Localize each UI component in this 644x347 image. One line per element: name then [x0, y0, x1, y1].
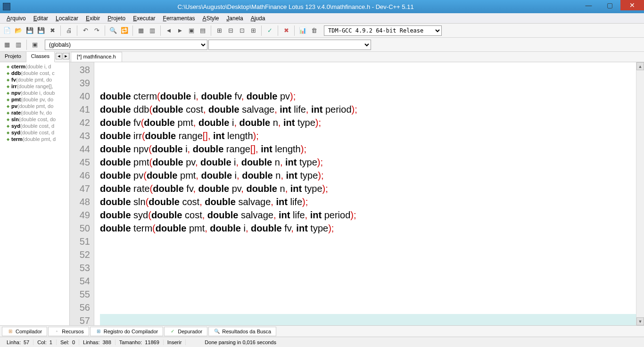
scroll-up-icon[interactable]: ▲ [636, 62, 644, 70]
bottom-tab-compilador[interactable]: ⊞Compilador [2, 327, 47, 336]
class-item-ddb[interactable]: ◆ddb (double cost, c [0, 70, 69, 76]
layout2-button[interactable]: ⊟ [225, 25, 236, 36]
view-button[interactable]: ▦ [136, 25, 146, 36]
close-button[interactable]: ✕ [620, 0, 644, 10]
class-item-rate[interactable]: ◆rate (double fv, do [0, 109, 69, 116]
nav-next-button[interactable]: ► [175, 25, 185, 36]
menu-projeto[interactable]: Projeto [104, 14, 129, 23]
menu-exibir[interactable]: Exibir [82, 14, 104, 23]
code-line[interactable]: double npv(double i, double range[], int… [100, 142, 644, 156]
compiler-select[interactable]: TDM-GCC 4.9.2 64-bit Release [324, 25, 442, 36]
function-icon: ◆ [7, 137, 9, 141]
status-linha-label: Linha: [7, 339, 21, 345]
class-item-syd[interactable]: ◆syd (double cost, d [0, 123, 69, 129]
insert-button[interactable]: ▣ [30, 40, 40, 50]
layout3-button[interactable]: ⊡ [237, 25, 247, 36]
app-icon [3, 3, 10, 10]
function-icon: ◆ [7, 71, 9, 75]
bottom-tab-depurador[interactable]: ✓Depurador [164, 327, 207, 336]
class-item-npv[interactable]: ◆npv (double i, doub [0, 90, 69, 96]
layout4-button[interactable]: ⊞ [248, 25, 258, 36]
close-file-button[interactable]: ✖ [47, 25, 58, 36]
replace-button[interactable]: 🔁 [119, 25, 130, 36]
bottom-tab-resultados-da-busca[interactable]: 🔍Resultados da Busca [208, 327, 276, 336]
profile-button[interactable]: 📊 [297, 25, 308, 36]
code-line[interactable]: double fv(double pmt, double i, double n… [100, 116, 644, 129]
code-text[interactable]: double cterm(double i, double fv, double… [94, 62, 644, 325]
maximize-button[interactable]: ▢ [599, 0, 620, 10]
bottom-tab-recursos[interactable]: ▫Recursos [48, 327, 89, 336]
member-select[interactable] [208, 40, 371, 50]
code-line[interactable]: double pv(double pmt, double i, double n… [100, 169, 644, 182]
code-line[interactable] [100, 301, 644, 314]
code-line[interactable]: double ddb(double cost, double salvage, … [100, 103, 644, 116]
window-title: C:\Users\Augusto\Desktop\MathFinance Lot… [13, 3, 644, 10]
minimize-button[interactable]: — [578, 0, 599, 10]
editor-tab-mathfinance[interactable]: [*] mathfinance.h [71, 52, 122, 62]
compile-button[interactable]: ✓ [264, 25, 275, 36]
line-number: 52 [70, 248, 90, 261]
sidebar-nav-prev[interactable]: ◄ [56, 53, 62, 59]
menu-ajuda[interactable]: Ajuda [247, 14, 269, 23]
menu-janela[interactable]: Janela [223, 14, 247, 23]
save-all-button[interactable]: 💾 [36, 25, 46, 36]
code-line[interactable] [100, 314, 644, 325]
undo-button[interactable]: ↶ [80, 25, 91, 36]
scroll-down-icon[interactable]: ▼ [636, 317, 644, 325]
code-line[interactable] [100, 261, 644, 274]
class-item-irr[interactable]: ◆irr (double range[], [0, 83, 69, 90]
class-item-pv[interactable]: ◆pv (double pmt, do [0, 103, 69, 109]
code-line[interactable]: double cterm(double i, double fv, double… [100, 90, 644, 103]
class-item-term[interactable]: ◆term (double pmt, d [0, 136, 69, 142]
class-item-syd[interactable]: ◆syd (double cost, d [0, 129, 69, 136]
code-line[interactable]: double sln(double cost, double salvage, … [100, 195, 644, 208]
bottom-tab-registro-do-compilador[interactable]: ⊞Registro do Compilador [90, 327, 164, 336]
code-line[interactable]: double syd(double cost, double salvage, … [100, 208, 644, 222]
status-tamanho: 11869 [145, 339, 159, 345]
bookmark-button[interactable]: ▣ [186, 25, 197, 36]
menu-localizar[interactable]: Localizar [52, 14, 82, 23]
class-item-pmt[interactable]: ◆pmt (double pv, do [0, 96, 69, 103]
code-line[interactable] [100, 235, 644, 248]
menu-arquivo[interactable]: Arquivo [3, 14, 30, 23]
toolbar-secondary: ▦ ▥ ▣ (globals) [0, 38, 644, 52]
menu-ferramentas[interactable]: Ferramentas [159, 14, 199, 23]
code-line[interactable] [100, 76, 644, 90]
abort-button[interactable]: ✖ [281, 25, 291, 36]
nav-prev-button[interactable]: ◄ [164, 25, 174, 36]
sidebar-tab-projeto[interactable]: Projeto [0, 52, 26, 62]
menu-executar[interactable]: Executar [129, 14, 159, 23]
new-class-button[interactable]: ▦ [2, 40, 12, 50]
sidebar-nav-next[interactable]: ► [63, 53, 69, 59]
code-editor[interactable]: 3839404142434445464748495051525354555657… [70, 62, 644, 325]
view2-button[interactable]: ▥ [147, 25, 157, 36]
open-file-button[interactable]: 📂 [13, 25, 24, 36]
line-number: 57 [70, 314, 90, 325]
vertical-scrollbar[interactable]: ▲ ▼ [636, 62, 644, 325]
sidebar: Projeto Classes ◄ ► ◆cterm (double i, d◆… [0, 52, 70, 325]
redo-button[interactable]: ↷ [91, 25, 102, 36]
layout1-button[interactable]: ⊞ [214, 25, 224, 36]
scope-select[interactable]: (globals) [45, 40, 207, 50]
code-line[interactable]: double pmt(double pv, double i, double n… [100, 156, 644, 169]
save-button[interactable]: 💾 [25, 25, 35, 36]
class-item-fv[interactable]: ◆fv (double pmt, do [0, 76, 69, 83]
new-class2-button[interactable]: ▥ [13, 40, 24, 50]
delete-profile-button[interactable]: 🗑 [309, 25, 319, 36]
menu-astyle[interactable]: AStyle [199, 14, 223, 23]
sidebar-tab-classes[interactable]: Classes [26, 52, 55, 62]
find-button[interactable]: 🔍 [108, 25, 118, 36]
class-item-cterm[interactable]: ◆cterm (double i, d [0, 63, 69, 70]
print-button[interactable]: 🖨 [64, 25, 74, 36]
code-line[interactable] [100, 248, 644, 261]
class-item-sln[interactable]: ◆sln (double cost, do [0, 116, 69, 123]
new-file-button[interactable]: 📄 [2, 25, 12, 36]
code-line[interactable]: double irr(double range[], int length); [100, 129, 644, 142]
code-line[interactable] [100, 288, 644, 301]
menu-editar[interactable]: Editar [30, 14, 52, 23]
code-line[interactable] [100, 63, 644, 76]
code-line[interactable]: double rate(double fv, double pv, double… [100, 182, 644, 195]
goto-button[interactable]: ▤ [198, 25, 208, 36]
code-line[interactable]: double term(double pmt, double i, double… [100, 222, 644, 235]
code-line[interactable] [100, 274, 644, 288]
